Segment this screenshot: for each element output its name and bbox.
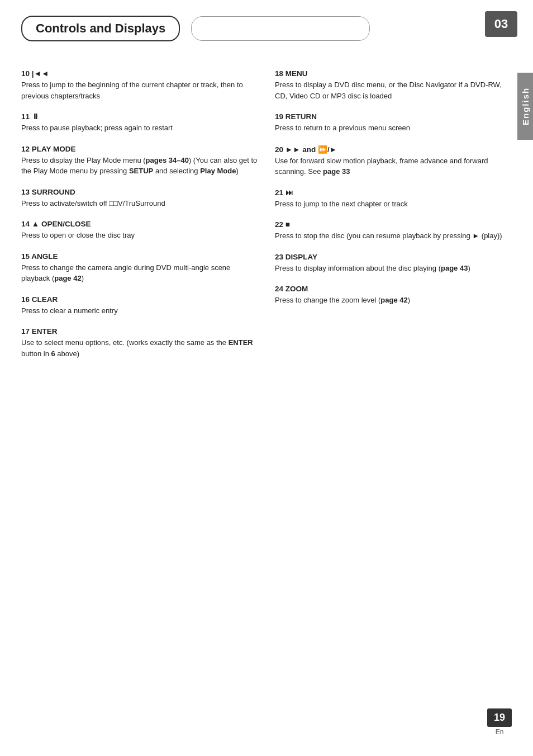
item-22: 22 ■ Press to stop the disc (you can res… (275, 220, 512, 242)
header-secondary-pill (191, 16, 370, 41)
item-21: 21 ⏭ Press to jump to the next chapter o… (275, 188, 512, 210)
page-number: 19 (487, 708, 512, 727)
item-15: 15 ANGLE Press to change the camera angl… (21, 252, 258, 284)
item-10: 10 |◄◄ Press to jump to the beginning of… (21, 69, 258, 101)
chapter-badge: 03 (485, 11, 517, 37)
item-11-desc: Press to pause playback; press again to … (21, 122, 258, 134)
main-content: 10 |◄◄ Press to jump to the beginning of… (0, 53, 533, 404)
item-10-desc: Press to jump to the beginning of the cu… (21, 79, 258, 101)
footer: 19 En (487, 708, 512, 736)
item-14: 14 ▲ OPEN/CLOSE Press to open or close t… (21, 220, 258, 241)
page-title: Controls and Displays (21, 16, 180, 41)
item-12-desc: Press to display the Play Mode menu (pag… (21, 155, 258, 177)
header: Controls and Displays 03 (0, 0, 533, 41)
item-18: 18 MENU Press to display a DVD disc menu… (275, 69, 512, 101)
item-13-desc: Press to activate/switch off □□V/TruSurr… (21, 198, 258, 209)
item-24-title: 24 ZOOM (275, 285, 512, 293)
item-17: 17 ENTER Use to select menu options, etc… (21, 327, 258, 359)
item-23-title: 23 DISPLAY (275, 253, 512, 261)
item-20: 20 ►► and ⏩/► Use for forward slow motio… (275, 145, 512, 177)
item-10-title: 10 |◄◄ (21, 69, 258, 78)
item-14-title: 14 ▲ OPEN/CLOSE (21, 220, 258, 228)
item-13: 13 SURROUND Press to activate/switch off… (21, 188, 258, 209)
item-19-title: 19 RETURN (275, 112, 512, 121)
item-21-desc: Press to jump to the next chapter or tra… (275, 199, 512, 210)
item-22-title: 22 ■ (275, 220, 512, 229)
item-15-desc: Press to change the camera angle during … (21, 262, 258, 284)
item-12: 12 PLAY MODE Press to display the Play M… (21, 145, 258, 177)
item-19: 19 RETURN Press to return to a previous … (275, 112, 512, 134)
item-18-desc: Press to display a DVD disc menu, or the… (275, 79, 512, 101)
item-16-desc: Press to clear a numeric entry (21, 305, 258, 316)
item-17-title: 17 ENTER (21, 327, 258, 336)
item-16: 16 CLEAR Press to clear a numeric entry (21, 295, 258, 316)
item-11: 11 ⏸ Press to pause playback; press agai… (21, 112, 258, 134)
language-sidebar: English (517, 73, 533, 140)
item-13-title: 13 SURROUND (21, 188, 258, 196)
item-22-desc: Press to stop the disc (you can resume p… (275, 230, 512, 242)
item-11-title: 11 ⏸ (21, 112, 258, 121)
item-14-desc: Press to open or close the disc tray (21, 230, 258, 241)
item-17-desc: Use to select menu options, etc. (works … (21, 337, 258, 359)
item-20-title: 20 ►► and ⏩/► (275, 145, 512, 154)
item-16-title: 16 CLEAR (21, 295, 258, 304)
item-23: 23 DISPLAY Press to display information … (275, 253, 512, 274)
item-21-title: 21 ⏭ (275, 188, 512, 197)
item-18-title: 18 MENU (275, 69, 512, 78)
item-23-desc: Press to display information about the d… (275, 263, 512, 274)
right-column: 18 MENU Press to display a DVD disc menu… (275, 69, 512, 370)
left-column: 10 |◄◄ Press to jump to the beginning of… (21, 69, 275, 370)
item-24: 24 ZOOM Press to change the zoom level (… (275, 285, 512, 306)
item-19-desc: Press to return to a previous menu scree… (275, 122, 512, 134)
page-sub: En (487, 728, 512, 736)
page-container: Controls and Displays 03 English 10 |◄◄ … (0, 0, 533, 756)
item-15-title: 15 ANGLE (21, 252, 258, 261)
item-24-desc: Press to change the zoom level (page 42) (275, 295, 512, 306)
item-12-title: 12 PLAY MODE (21, 145, 258, 153)
item-20-desc: Use for forward slow motion playback, fr… (275, 155, 512, 177)
